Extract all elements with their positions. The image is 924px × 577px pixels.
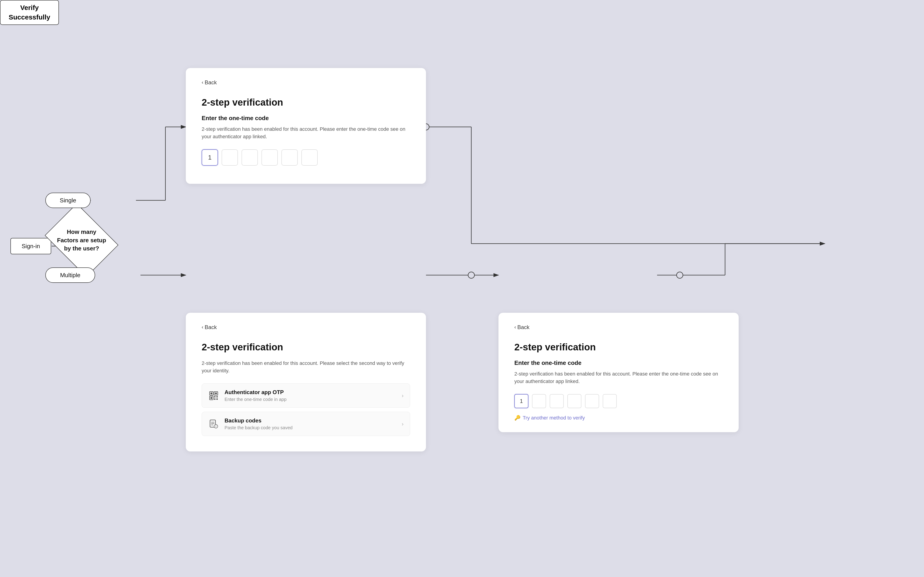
otp-input-5[interactable] (282, 149, 298, 166)
verify-success-label: VerifySuccessfully (9, 3, 50, 22)
bl-back-label: Back (204, 324, 217, 330)
br-back-chevron-icon: ‹ (514, 324, 516, 330)
top-card-title: 2-step verification (202, 97, 410, 108)
authenticator-otp-subtitle: Enter the one-time code in app (225, 397, 402, 402)
bl-card-title: 2-step verification (202, 342, 410, 353)
br-otp-input-1[interactable] (514, 394, 528, 408)
br-card-back-button[interactable]: ‹ Back (514, 324, 723, 330)
authenticator-otp-title: Authenticator app OTP (225, 389, 402, 395)
br-section-title: Enter the one-time code (514, 359, 723, 366)
otp-input-6[interactable] (301, 149, 318, 166)
bl-card-back-button[interactable]: ‹ Back (202, 324, 410, 330)
multi-factor-otp-card: ‹ Back 2-step verification Enter the one… (499, 313, 739, 432)
br-otp-row (514, 394, 723, 408)
br-otp-input-3[interactable] (550, 394, 564, 408)
qr-icon (208, 390, 219, 401)
back-chevron-icon: ‹ (202, 79, 203, 85)
multiple-label: Multiple (60, 272, 80, 279)
single-oval: Single (45, 193, 91, 208)
verify-success-box: VerifySuccessfully (0, 0, 59, 25)
try-another-method-link[interactable]: 🔑 Try another method to verify (514, 415, 723, 421)
br-back-label: Back (517, 324, 529, 330)
svg-rect-27 (211, 397, 212, 399)
bl-card-desc: 2-step verification has been enabled for… (202, 359, 410, 374)
br-otp-input-2[interactable] (532, 394, 546, 408)
bl-back-chevron-icon: ‹ (202, 324, 203, 330)
otp-input-1[interactable] (202, 149, 218, 166)
backup-codes-subtitle: Paste the backup code you saved (225, 425, 402, 430)
svg-point-13 (468, 272, 475, 278)
otp-input-3[interactable] (241, 149, 258, 166)
try-another-label: Try another method to verify (523, 415, 585, 421)
single-label: Single (60, 197, 76, 204)
backup-codes-option[interactable]: Backup codes Paste the backup code you s… (202, 412, 410, 436)
top-card-section-title: Enter the one-time code (202, 114, 410, 122)
br-otp-input-6[interactable] (603, 394, 617, 408)
backup-codes-title: Backup codes (225, 417, 402, 424)
signin-label: Sign-in (22, 243, 40, 250)
svg-rect-23 (211, 393, 212, 394)
diamond-label: How manyFactors are setupby the user? (57, 228, 106, 253)
svg-rect-25 (215, 393, 217, 394)
top-otp-row (202, 149, 410, 166)
method-selection-card: ‹ Back 2-step verification 2-step verifi… (186, 313, 426, 451)
svg-rect-31 (216, 398, 218, 400)
backup-codes-text: Backup codes Paste the backup code you s… (225, 417, 402, 430)
authenticator-otp-chevron-icon: › (402, 393, 404, 399)
br-card-desc: 2-step verification has been enabled for… (514, 370, 723, 385)
backup-icon (208, 419, 219, 429)
svg-rect-30 (214, 398, 216, 400)
authenticator-otp-text: Authenticator app OTP Enter the one-time… (225, 389, 402, 402)
key-rotate-icon: 🔑 (514, 415, 520, 421)
br-otp-input-4[interactable] (567, 394, 581, 408)
top-card-desc: 2-step verification has been enabled for… (202, 125, 410, 140)
authenticator-otp-option[interactable]: Authenticator app OTP Enter the one-time… (202, 384, 410, 408)
signin-box: Sign-in (10, 238, 51, 254)
svg-rect-28 (214, 396, 216, 398)
multiple-oval: Multiple (45, 268, 95, 283)
br-card-title: 2-step verification (514, 342, 723, 353)
back-label: Back (204, 79, 217, 85)
top-card-back-button[interactable]: ‹ Back (202, 79, 410, 85)
backup-codes-chevron-icon: › (402, 421, 404, 427)
svg-rect-29 (216, 396, 218, 398)
svg-point-16 (676, 272, 683, 278)
br-otp-input-5[interactable] (585, 394, 599, 408)
otp-input-2[interactable] (222, 149, 238, 166)
decision-diamond: How manyFactors are setupby the user? (45, 213, 118, 268)
otp-input-4[interactable] (261, 149, 278, 166)
svg-point-38 (216, 427, 216, 427)
single-factor-card: ‹ Back 2-step verification Enter the one… (186, 68, 426, 184)
